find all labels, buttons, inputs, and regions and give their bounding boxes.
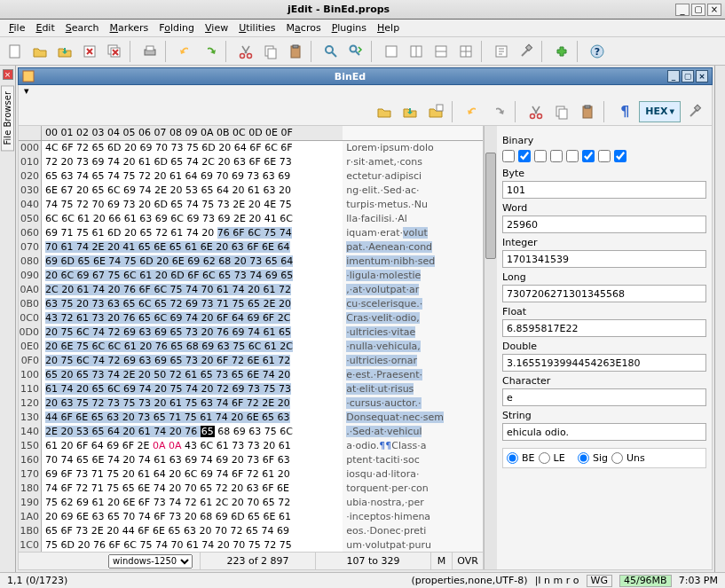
- svg-rect-31: [559, 109, 567, 119]
- float-field[interactable]: [502, 319, 706, 337]
- left-dock: × File Browser: [0, 66, 16, 572]
- memory-status[interactable]: 45/96MB: [619, 575, 672, 587]
- bined-save-icon[interactable]: [398, 100, 422, 123]
- bined-redo-icon[interactable]: [487, 100, 510, 123]
- save-icon[interactable]: [53, 40, 76, 63]
- pane-dropdown-icon[interactable]: ▾: [18, 85, 713, 98]
- memory-mode-status[interactable]: M: [431, 553, 453, 569]
- buffer-options-icon[interactable]: [490, 40, 513, 63]
- bit-checkbox[interactable]: [502, 150, 515, 162]
- svg-rect-27: [437, 105, 443, 111]
- bined-undo-icon[interactable]: [461, 100, 485, 123]
- byte-field[interactable]: [502, 181, 706, 199]
- help-icon[interactable]: ?: [586, 40, 609, 63]
- position-status[interactable]: 223 of 2 897: [201, 553, 316, 569]
- open-file-icon[interactable]: [28, 40, 51, 63]
- redo-icon[interactable]: [199, 40, 222, 63]
- find-next-icon[interactable]: [344, 40, 367, 63]
- long-field[interactable]: [502, 285, 706, 302]
- menu-file[interactable]: File: [9, 22, 25, 34]
- bined-open-icon[interactable]: [373, 100, 396, 123]
- close-doc-icon[interactable]: [78, 40, 101, 63]
- dock-close-icon[interactable]: ×: [3, 69, 13, 80]
- bit-checkbox[interactable]: [582, 150, 595, 162]
- le-radio[interactable]: [539, 452, 550, 464]
- menu-edit[interactable]: Edit: [35, 22, 54, 34]
- menu-plugins[interactable]: Plugins: [332, 22, 366, 34]
- integer-field[interactable]: [502, 250, 706, 268]
- status-flags[interactable]: |I n m r o: [535, 575, 579, 586]
- unsplit-icon[interactable]: [405, 40, 428, 63]
- float-label: Float: [502, 306, 706, 318]
- char-field[interactable]: [502, 388, 706, 406]
- copy-icon[interactable]: [259, 40, 282, 63]
- close-button[interactable]: ×: [707, 4, 721, 16]
- bined-pane-title: BinEd: [35, 71, 666, 82]
- svg-point-29: [538, 114, 542, 118]
- values-panel: Binary Byte Word Integer Long Float Doub…: [497, 126, 712, 569]
- string-field[interactable]: [502, 423, 706, 441]
- new-file-icon[interactable]: [4, 40, 27, 63]
- caret-status[interactable]: 1,1 (0/1723): [7, 575, 67, 586]
- long-label: Long: [502, 271, 706, 283]
- hex-columns-header: 00 01 02 03 04 05 06 07 08 09 0A 0B 0C 0…: [42, 126, 343, 140]
- global-options-icon[interactable]: [515, 40, 538, 63]
- undo-icon[interactable]: [174, 40, 197, 63]
- menu-view[interactable]: View: [205, 22, 228, 34]
- sig-radio[interactable]: [578, 452, 589, 464]
- cut-icon[interactable]: [234, 40, 257, 63]
- svg-point-6: [240, 53, 245, 58]
- pane-maximize-button[interactable]: ▢: [682, 70, 694, 82]
- maximize-button[interactable]: ▢: [691, 4, 705, 16]
- bined-saveas-icon[interactable]: [424, 100, 447, 123]
- minimize-button[interactable]: _: [675, 4, 690, 16]
- double-field[interactable]: [502, 354, 706, 372]
- bit-checkbox[interactable]: [598, 150, 611, 162]
- word-field[interactable]: [502, 216, 706, 233]
- menu-search[interactable]: Search: [66, 22, 99, 34]
- window-titlebar: jEdit - BinEd.props _ ▢ ×: [0, 0, 725, 20]
- wrap-status[interactable]: WG: [587, 575, 612, 587]
- menu-help[interactable]: Help: [377, 22, 399, 34]
- bined-cut-icon[interactable]: [524, 100, 548, 123]
- svg-point-12: [326, 46, 333, 53]
- insert-mode-status[interactable]: OVR: [453, 553, 483, 569]
- hex-scrollbar[interactable]: [484, 126, 497, 569]
- file-browser-tab[interactable]: File Browser: [1, 85, 14, 151]
- print-icon[interactable]: [138, 40, 162, 63]
- uns-radio[interactable]: [611, 452, 623, 464]
- paste-icon[interactable]: [284, 40, 307, 63]
- split-vert-icon[interactable]: [454, 40, 477, 63]
- buffer-mode-status[interactable]: (properties,none,UTF-8): [411, 575, 527, 586]
- plugin-manager-icon[interactable]: [550, 40, 573, 63]
- bit-checkbox[interactable]: [614, 150, 626, 162]
- close-all-icon[interactable]: [103, 40, 126, 63]
- menu-macros[interactable]: Macros: [287, 22, 321, 34]
- bined-pilcrow-icon[interactable]: ¶: [613, 100, 636, 123]
- bined-paste-icon[interactable]: [576, 100, 599, 123]
- bined-copy-icon[interactable]: [550, 100, 573, 123]
- bit-checkbox[interactable]: [566, 150, 579, 162]
- bined-toolbar: ¶ HEX▾: [18, 98, 713, 126]
- menu-folding[interactable]: Folding: [159, 22, 194, 34]
- be-radio[interactable]: [507, 452, 518, 464]
- menu-utilities[interactable]: Utilities: [239, 22, 275, 34]
- bined-options-icon[interactable]: [683, 100, 706, 123]
- hex-editor[interactable]: 00 01 02 03 04 05 06 07 08 09 0A 0B 0C 0…: [19, 126, 484, 569]
- bit-checkbox[interactable]: [550, 150, 563, 162]
- bit-checkbox[interactable]: [518, 150, 531, 162]
- encoding-select[interactable]: windows-1250: [19, 553, 201, 569]
- pane-minimize-button[interactable]: _: [667, 70, 680, 82]
- selection-status[interactable]: 107 to 329: [316, 553, 431, 569]
- find-icon[interactable]: [319, 40, 343, 63]
- bit-checkbox[interactable]: [534, 150, 547, 162]
- pane-close-button[interactable]: ×: [696, 70, 708, 82]
- char-label: Character: [502, 375, 706, 387]
- new-view-icon[interactable]: [380, 40, 403, 63]
- svg-rect-5: [146, 46, 154, 51]
- split-horiz-icon[interactable]: [429, 40, 453, 63]
- code-type-dropdown[interactable]: HEX▾: [639, 101, 681, 122]
- menu-markers[interactable]: Markers: [110, 22, 149, 34]
- binary-bits[interactable]: [502, 150, 706, 162]
- svg-rect-0: [10, 45, 20, 58]
